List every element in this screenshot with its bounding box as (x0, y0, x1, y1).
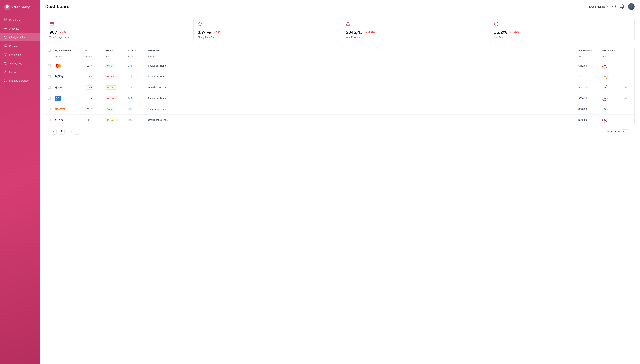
sidebar-item-analytics-label: Analytics (9, 27, 19, 30)
chevron-left-icon (53, 130, 55, 133)
row-3-more[interactable]: ··· (625, 86, 632, 89)
stat-card-chargeback-ratio: 0.74% 5.67 Chargeback Ratio (193, 18, 338, 42)
row-6-more[interactable]: ··· (625, 118, 632, 122)
bin-search-input[interactable] (85, 56, 105, 58)
row-1-bin: 9177 (85, 64, 105, 68)
filter-bin[interactable] (85, 55, 105, 58)
sidebar-item-manage-services[interactable]: Manage Services (0, 76, 40, 84)
row-2-price: $901.31 (578, 75, 602, 78)
dashboard-icon (4, 18, 7, 22)
row-2-payment-method: VISA (55, 74, 85, 79)
main-content: Dashboard Last 6 Months 👤 967 (40, 0, 640, 364)
sort-risk-icon: ⇅ (614, 50, 615, 51)
payment-method-search-input[interactable] (55, 56, 85, 58)
content-area: 967 3.14 Total Chargebacks 0.74% (40, 14, 640, 364)
description-search-input[interactable] (148, 56, 578, 58)
risk-filter-chevron (605, 56, 607, 58)
table-header: Payment Method BIN Status ⇅ Code ⇅ Descr… (46, 47, 634, 54)
row-6-bin: 9011 (85, 118, 105, 122)
upload-icon (4, 70, 7, 74)
row-1-checkbox[interactable] (48, 64, 55, 67)
svg-rect-7 (6, 20, 7, 21)
filter-code[interactable]: All (128, 56, 148, 58)
th-code[interactable]: Code ⇅ (128, 49, 148, 52)
date-filter[interactable]: Last 6 Months (589, 5, 609, 8)
table-row: VISA 9011 Pending 123 Unauthorized Tra..… (46, 114, 634, 125)
sidebar-item-disputes-label: Disputes (9, 44, 19, 48)
stat-value-row-chargebacks: 967 3.14 (50, 30, 186, 35)
row-4-code[interactable]: 244 (128, 97, 148, 100)
next-page-button[interactable] (74, 129, 80, 135)
stat-label-ratio: Chargeback Ratio (198, 36, 334, 38)
prev-page-button[interactable] (51, 129, 57, 135)
sort-price-icon: ⇅ (591, 50, 592, 51)
stats-grid: 967 3.14 Total Chargebacks 0.74% (45, 18, 635, 42)
chevron-right-icon (76, 130, 78, 133)
row-3-code[interactable]: 123 (128, 86, 148, 89)
svg-marker-21 (198, 22, 202, 26)
sort-status-icon: ⇅ (112, 50, 113, 51)
row-4-more[interactable]: ··· (625, 96, 632, 100)
row-6-code[interactable]: 123 (128, 118, 148, 121)
sidebar-item-chargebacks[interactable]: Chargebacks (0, 33, 40, 41)
row-5-more[interactable]: ··· (625, 107, 632, 111)
sidebar-item-dashboard[interactable]: Dashboard (0, 16, 40, 24)
stat-card-won-revenue: $345,43 +1,64% Won Revenue (342, 18, 487, 42)
row-2-code[interactable]: 244 (128, 75, 148, 78)
pagination: 1 / 10 Rows per page 6 (45, 125, 635, 138)
th-status[interactable]: Status ⇅ (105, 49, 128, 52)
notification-icon[interactable] (620, 4, 625, 9)
visa-logo: VISA (55, 74, 63, 79)
row-1-more[interactable]: ··· (625, 64, 632, 68)
row-1-code[interactable]: 244 (128, 64, 148, 67)
row-3-checkbox[interactable] (48, 86, 55, 89)
filter-description[interactable] (148, 55, 578, 58)
manage-services-icon (4, 79, 7, 82)
svg-point-16 (5, 80, 6, 81)
sidebar-item-activity-log[interactable]: Activity Log (0, 59, 40, 67)
header-right: Last 6 Months 👤 (589, 3, 635, 10)
svg-rect-5 (6, 19, 7, 20)
sidebar-item-analytics[interactable]: Analytics (0, 25, 40, 32)
sidebar-item-disputes[interactable]: Disputes (0, 42, 40, 50)
row-1-risk-score: 72 (602, 63, 625, 69)
filter-payment-method[interactable] (55, 55, 85, 58)
row-2-checkbox[interactable] (48, 75, 55, 78)
header: Dashboard Last 6 Months 👤 (40, 0, 640, 14)
date-filter-label: Last 6 Months (589, 5, 605, 8)
filter-row: All All All All (46, 54, 634, 60)
sidebar-item-upload-label: Upload (9, 70, 17, 74)
select-all-checkbox[interactable] (48, 49, 55, 52)
sidebar: Cranberry Dashboard Analytics Chargeback… (0, 0, 40, 364)
row-5-status: Won (105, 107, 128, 111)
status-filter-chevron (108, 56, 110, 58)
svg-rect-11 (4, 54, 7, 56)
filter-status[interactable]: All (105, 56, 128, 58)
apple-icon (55, 86, 58, 89)
row-2-more[interactable]: ··· (625, 75, 632, 78)
row-5-checkbox[interactable] (48, 108, 55, 110)
row-4-checkbox[interactable] (48, 97, 55, 100)
row-2-description: Fraudulent Trans... (148, 75, 578, 78)
rows-per-page-select[interactable]: 6 (621, 130, 629, 134)
row-3-description: Unauthorized Tra... (148, 86, 578, 89)
row-5-description: Transaction could... (148, 108, 578, 110)
stat-value-rate: 36.2% (494, 30, 507, 35)
svg-point-2 (7, 5, 8, 6)
table-row: 9177 Won 244 Fraudulent Trans... $452.85… (46, 60, 634, 71)
sidebar-item-upload[interactable]: Upload (0, 68, 40, 76)
th-risk-score[interactable]: Risk Score ⇅ (602, 49, 625, 52)
svg-rect-6 (5, 20, 6, 21)
chevron-down-icon (606, 5, 609, 8)
avatar[interactable]: 👤 (628, 3, 635, 10)
row-6-checkbox[interactable] (48, 118, 55, 121)
filter-price[interactable]: All (578, 56, 602, 58)
sidebar-item-monitoring[interactable]: Monitoring (0, 50, 40, 58)
sidebar-item-chargebacks-label: Chargebacks (9, 36, 25, 39)
th-price[interactable]: Price (USD) ⇅ (578, 49, 602, 52)
row-5-code[interactable]: 598 (128, 108, 148, 110)
logo[interactable]: Cranberry (0, 4, 40, 16)
filter-risk-score[interactable]: All (602, 56, 625, 58)
search-icon[interactable] (612, 4, 617, 9)
activity-log-icon (4, 62, 7, 65)
